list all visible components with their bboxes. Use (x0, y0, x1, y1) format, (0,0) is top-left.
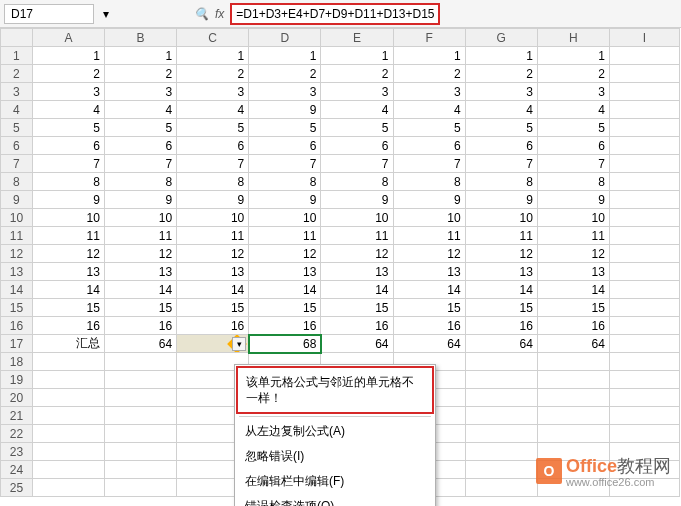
cell-A8[interactable]: 8 (32, 173, 104, 191)
cell-G10[interactable]: 10 (465, 209, 537, 227)
cell-H22[interactable] (537, 425, 609, 443)
cell-D6[interactable]: 6 (249, 137, 321, 155)
cell-I17[interactable] (609, 335, 679, 353)
column-header-E[interactable]: E (321, 29, 393, 47)
row-header-14[interactable]: 14 (1, 281, 33, 299)
select-all-corner[interactable] (1, 29, 33, 47)
cell-A17[interactable]: 汇总 (32, 335, 104, 353)
cell-I8[interactable] (609, 173, 679, 191)
cell-E2[interactable]: 2 (321, 65, 393, 83)
cell-H17[interactable]: 64 (537, 335, 609, 353)
cell-G5[interactable]: 5 (465, 119, 537, 137)
cell-F2[interactable]: 2 (393, 65, 465, 83)
row-header-1[interactable]: 1 (1, 47, 33, 65)
row-header-6[interactable]: 6 (1, 137, 33, 155)
cell-D15[interactable]: 15 (249, 299, 321, 317)
cell-B17[interactable]: 64 (104, 335, 176, 353)
cell-H18[interactable] (537, 353, 609, 371)
cell-G1[interactable]: 1 (465, 47, 537, 65)
cell-I18[interactable] (609, 353, 679, 371)
column-header-G[interactable]: G (465, 29, 537, 47)
row-header-8[interactable]: 8 (1, 173, 33, 191)
cell-I22[interactable] (609, 425, 679, 443)
cell-F6[interactable]: 6 (393, 137, 465, 155)
cell-H7[interactable]: 7 (537, 155, 609, 173)
cell-I7[interactable] (609, 155, 679, 173)
cell-H10[interactable]: 10 (537, 209, 609, 227)
cell-I21[interactable] (609, 407, 679, 425)
cell-A10[interactable]: 10 (32, 209, 104, 227)
cell-E16[interactable]: 16 (321, 317, 393, 335)
cell-A20[interactable] (32, 389, 104, 407)
cell-B14[interactable]: 14 (104, 281, 176, 299)
cell-E9[interactable]: 9 (321, 191, 393, 209)
cell-G9[interactable]: 9 (465, 191, 537, 209)
cell-H15[interactable]: 15 (537, 299, 609, 317)
row-header-3[interactable]: 3 (1, 83, 33, 101)
name-box-dropdown-icon[interactable]: ▾ (100, 7, 112, 21)
cell-B22[interactable] (104, 425, 176, 443)
row-header-24[interactable]: 24 (1, 461, 33, 479)
row-header-18[interactable]: 18 (1, 353, 33, 371)
cell-D9[interactable]: 9 (249, 191, 321, 209)
cell-E4[interactable]: 4 (321, 101, 393, 119)
cell-B20[interactable] (104, 389, 176, 407)
row-header-23[interactable]: 23 (1, 443, 33, 461)
cell-H16[interactable]: 16 (537, 317, 609, 335)
row-header-19[interactable]: 19 (1, 371, 33, 389)
cell-B3[interactable]: 3 (104, 83, 176, 101)
cell-A5[interactable]: 5 (32, 119, 104, 137)
cell-B21[interactable] (104, 407, 176, 425)
cell-H6[interactable]: 6 (537, 137, 609, 155)
cell-F14[interactable]: 14 (393, 281, 465, 299)
cell-D7[interactable]: 7 (249, 155, 321, 173)
cell-C2[interactable]: 2 (177, 65, 249, 83)
cell-H20[interactable] (537, 389, 609, 407)
cell-A23[interactable] (32, 443, 104, 461)
warning-dropdown-icon[interactable]: ▾ (232, 337, 246, 351)
cell-G12[interactable]: 12 (465, 245, 537, 263)
cell-E13[interactable]: 13 (321, 263, 393, 281)
cell-C7[interactable]: 7 (177, 155, 249, 173)
cell-D2[interactable]: 2 (249, 65, 321, 83)
menu-copy-from-left[interactable]: 从左边复制公式(A) (235, 419, 435, 444)
cell-I6[interactable] (609, 137, 679, 155)
cell-E15[interactable]: 15 (321, 299, 393, 317)
cell-F16[interactable]: 16 (393, 317, 465, 335)
cell-G16[interactable]: 16 (465, 317, 537, 335)
row-header-16[interactable]: 16 (1, 317, 33, 335)
cell-G22[interactable] (465, 425, 537, 443)
cell-D17[interactable]: 68 (249, 335, 321, 353)
cell-C9[interactable]: 9 (177, 191, 249, 209)
cell-A12[interactable]: 12 (32, 245, 104, 263)
cell-D11[interactable]: 11 (249, 227, 321, 245)
row-header-7[interactable]: 7 (1, 155, 33, 173)
cell-H14[interactable]: 14 (537, 281, 609, 299)
cell-H3[interactable]: 3 (537, 83, 609, 101)
cell-F1[interactable]: 1 (393, 47, 465, 65)
cell-E8[interactable]: 8 (321, 173, 393, 191)
cell-B15[interactable]: 15 (104, 299, 176, 317)
magnifier-icon[interactable]: 🔍 (194, 7, 209, 21)
row-header-15[interactable]: 15 (1, 299, 33, 317)
cell-C14[interactable]: 14 (177, 281, 249, 299)
cell-G3[interactable]: 3 (465, 83, 537, 101)
cell-I9[interactable] (609, 191, 679, 209)
cell-A6[interactable]: 6 (32, 137, 104, 155)
formula-input[interactable]: =D1+D3+E4+D7+D9+D11+D13+D15 (230, 3, 440, 25)
row-header-21[interactable]: 21 (1, 407, 33, 425)
row-header-4[interactable]: 4 (1, 101, 33, 119)
cell-E10[interactable]: 10 (321, 209, 393, 227)
cell-G17[interactable]: 64 (465, 335, 537, 353)
cell-I5[interactable] (609, 119, 679, 137)
cell-C5[interactable]: 5 (177, 119, 249, 137)
cell-B23[interactable] (104, 443, 176, 461)
cell-F13[interactable]: 13 (393, 263, 465, 281)
cell-B13[interactable]: 13 (104, 263, 176, 281)
cell-D16[interactable]: 16 (249, 317, 321, 335)
cell-G2[interactable]: 2 (465, 65, 537, 83)
cell-H12[interactable]: 12 (537, 245, 609, 263)
menu-error-options[interactable]: 错误检查选项(O)... (235, 494, 435, 506)
row-header-25[interactable]: 25 (1, 479, 33, 497)
cell-F10[interactable]: 10 (393, 209, 465, 227)
